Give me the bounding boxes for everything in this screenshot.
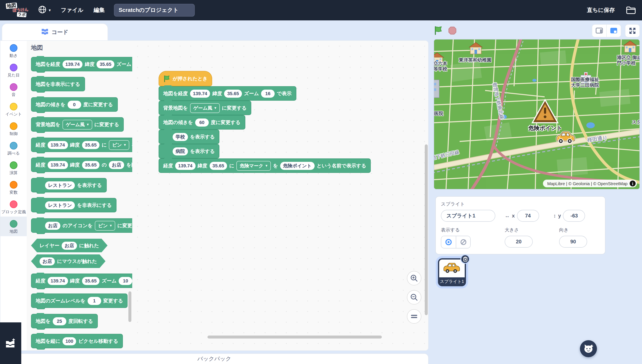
size-input[interactable]: 20 — [505, 236, 533, 248]
stage-map[interactable]: 東洋英和幼稚園 港区立 御成 門小学校 立六本 等学校 国際医療福祉 大学三田病… — [434, 39, 640, 190]
category-変数[interactable]: 変数 — [1, 178, 27, 197]
block[interactable]: お店のアイコンをピン▾に変更す — [31, 218, 133, 233]
block[interactable]: 地図を非表示にする — [31, 77, 85, 91]
block[interactable]: 経度139.74緯度35.65にピン▾を — [31, 138, 133, 152]
block[interactable]: 経度139.74緯度35.65ズーム10に — [31, 274, 133, 288]
category-地図[interactable]: 地図 — [1, 216, 27, 236]
project-title-input[interactable]: Scratchのプロジェクト — [114, 4, 195, 16]
large-stage-button[interactable] — [606, 24, 621, 37]
block[interactable]: レストランを非表示にする — [31, 198, 117, 212]
block-input[interactable]: 60 — [195, 118, 209, 126]
category-動き[interactable]: 動き — [1, 41, 27, 60]
sprite-tile[interactable]: スプライト1 — [438, 258, 466, 286]
block[interactable]: レイヤーお店に触れた — [31, 239, 108, 252]
block[interactable]: 地図を縦に100ピクセル移動する — [31, 334, 123, 348]
block[interactable]: 地図の傾きを60度に変更する — [159, 115, 245, 130]
direction-input[interactable]: 90 — [559, 236, 587, 248]
folder-icon[interactable] — [626, 6, 636, 14]
block-input[interactable]: 25 — [53, 317, 66, 325]
block-input[interactable]: 35.65 — [82, 277, 100, 285]
block-input[interactable]: 35.65 — [82, 141, 100, 149]
language-menu[interactable]: ▼ — [38, 5, 52, 15]
delete-sprite-button[interactable] — [460, 254, 470, 264]
block-input[interactable]: 139.74 — [63, 60, 83, 68]
block-dropdown[interactable]: ゲーム風▾ — [190, 103, 220, 113]
block[interactable]: 背景地図をゲーム風▾に変更する — [31, 117, 124, 132]
block-input[interactable]: 35.65 — [224, 90, 242, 98]
app-logo[interactable]: 地図 ぼうけん ラボ — [6, 2, 28, 19]
block-input[interactable]: 35.65 — [82, 161, 100, 169]
block[interactable]: レストランを表示する — [31, 178, 107, 192]
block-dropdown[interactable]: ピン▾ — [109, 140, 129, 150]
menu-edit[interactable]: 編集 — [94, 6, 105, 14]
add-extension-button[interactable] — [0, 322, 21, 364]
block-input[interactable]: お店 — [62, 242, 77, 250]
block-input[interactable]: お店 — [40, 257, 55, 265]
block[interactable]: 地図を経度139.74緯度35.65ズーム16で表示 — [159, 86, 296, 101]
block-dropdown[interactable]: 危険マーク▾ — [236, 161, 271, 170]
block[interactable]: 地図のズームレベルを1変更する — [31, 294, 128, 308]
block-input[interactable]: 35.65 — [209, 162, 227, 170]
block[interactable]: お店にマウスが触れた — [31, 254, 105, 268]
script-horizontal-scrollbar[interactable] — [207, 336, 382, 338]
block-input[interactable]: レストラン — [45, 201, 75, 209]
block[interactable]: 経度139.74緯度35.65のお店を削 — [31, 158, 133, 172]
block-input[interactable]: お店 — [45, 222, 61, 230]
zoom-reset-button[interactable] — [407, 309, 421, 324]
block-input[interactable]: 139.74 — [175, 162, 195, 170]
block-input[interactable]: お店 — [109, 161, 124, 169]
block-input[interactable]: 139.74 — [48, 141, 68, 149]
category-調べる[interactable]: 調べる — [1, 138, 27, 158]
block-dropdown[interactable]: ピン▾ — [95, 221, 115, 230]
backpack-bar[interactable]: バックパック — [0, 354, 429, 364]
green-flag-button[interactable] — [434, 26, 443, 35]
stop-button[interactable] — [448, 26, 457, 35]
block-input[interactable]: 0 — [68, 100, 81, 108]
fullscreen-button[interactable] — [625, 24, 640, 37]
info-icon[interactable]: i — [630, 180, 636, 186]
block-input[interactable]: 危険ポイント — [280, 162, 315, 170]
block[interactable]: 病院を表示する — [159, 144, 220, 158]
category-見た目[interactable]: 見た目 — [1, 60, 27, 80]
block-input[interactable]: 16 — [261, 90, 275, 98]
y-input[interactable]: -63 — [563, 210, 585, 222]
x-input[interactable]: 74 — [517, 210, 539, 222]
category-音[interactable]: 音 — [1, 80, 27, 100]
block[interactable]: が押されたとき — [159, 71, 212, 86]
block[interactable]: 地図を経度139.74緯度35.65ズーム16 — [31, 57, 133, 71]
block-input[interactable]: 1 — [88, 297, 101, 305]
menu-file[interactable]: ファイル — [61, 6, 83, 14]
category-ブロック定義[interactable]: ブロック定義 — [1, 197, 27, 216]
tab-code[interactable]: コード — [2, 23, 108, 41]
block[interactable]: 地図の傾きを0度に変更する — [31, 97, 118, 112]
block-input[interactable]: 100 — [63, 337, 76, 345]
block[interactable]: 経度139.74緯度35.65に危険マーク▾を危険ポイントという名前で表示する — [159, 158, 371, 173]
block-input[interactable]: 10 — [119, 277, 132, 285]
hide-sprite-button[interactable] — [456, 236, 470, 248]
small-stage-button[interactable] — [592, 24, 606, 37]
script-vertical-scrollbar[interactable] — [425, 144, 428, 315]
category-制御[interactable]: 制御 — [1, 119, 27, 138]
block-input[interactable]: 病院 — [173, 147, 188, 155]
show-sprite-button[interactable] — [441, 236, 456, 248]
script-area[interactable]: が押されたとき地図を経度139.74緯度35.65ズーム16で表示背景地図をゲー… — [132, 41, 428, 350]
block-input[interactable]: 35.65 — [97, 60, 114, 68]
palette-scrollbar[interactable] — [128, 291, 131, 322]
block-input[interactable]: 139.74 — [48, 277, 68, 285]
block[interactable]: 地図を25度回転する — [31, 314, 98, 328]
category-演算[interactable]: 演算 — [1, 158, 27, 178]
block[interactable]: 学校を表示する — [159, 130, 220, 144]
block-input[interactable]: レストラン — [45, 181, 75, 189]
block-dropdown[interactable]: ゲーム風▾ — [63, 120, 92, 129]
zoom-out-button[interactable] — [407, 290, 421, 304]
x-label: x — [512, 213, 515, 219]
block[interactable]: 背景地図をゲーム風▾に変更する — [159, 101, 251, 115]
add-sprite-button[interactable] — [580, 340, 597, 357]
zoom-in-button[interactable] — [407, 271, 421, 286]
block-input[interactable]: 学校 — [173, 133, 188, 141]
sprite-name-input[interactable]: スプライト1 — [441, 210, 495, 222]
block-input[interactable]: 139.74 — [48, 161, 68, 169]
save-now-button[interactable]: 直ちに保存 — [587, 6, 615, 14]
block-input[interactable]: 139.74 — [190, 90, 210, 98]
category-イベント[interactable]: イベント — [1, 100, 27, 119]
